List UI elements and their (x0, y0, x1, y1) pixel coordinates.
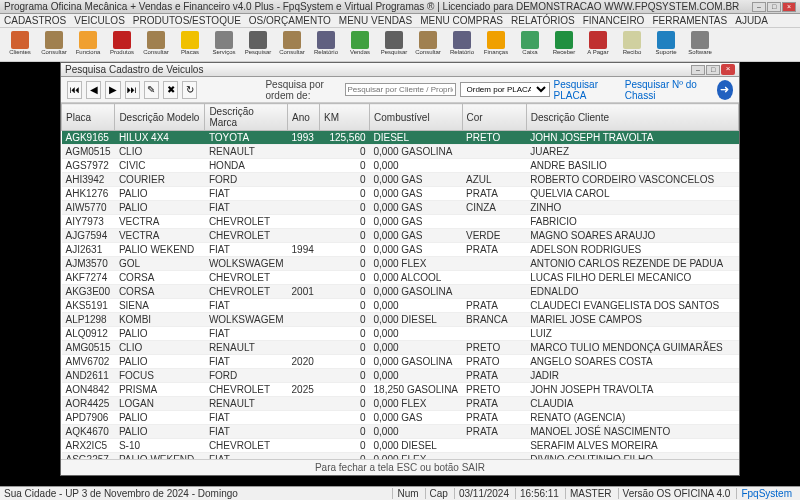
table-row[interactable]: AMV6702PALIOFIAT202000,000 GASOLINAPRATO… (62, 355, 739, 369)
col-header[interactable]: KM (320, 104, 370, 131)
table-row[interactable]: AGS7972CIVICHONDA00,000ANDRE BASILIO (62, 159, 739, 173)
table-row[interactable]: ARX2IC5S-10CHEVROLET00,000 DIESELSERAFIM… (62, 439, 739, 453)
serviços-icon (215, 31, 233, 49)
table-row[interactable]: AND2611FOCUSFORD00,000PRATAJADIR (62, 369, 739, 383)
consultar-icon (283, 31, 301, 49)
menu-relatórios[interactable]: RELATÓRIOS (511, 15, 575, 26)
tool-software[interactable]: Software (684, 30, 716, 60)
col-header[interactable]: Placa (62, 104, 115, 131)
search-placa-link[interactable]: Pesquisar PLACA (554, 79, 619, 101)
tool-consultar[interactable]: Consultar (38, 30, 70, 60)
search-section: Pesquisa por ordem de: Ordem por PLACA (265, 79, 549, 101)
dialog-maximize-button[interactable]: □ (706, 65, 720, 75)
main-toolbar: ClientesConsultarFuncionaProdutosConsult… (0, 28, 800, 62)
order-dropdown[interactable]: Ordem por PLACA (460, 82, 550, 97)
tool-pesquisar[interactable]: Pesquisar (242, 30, 274, 60)
maximize-button[interactable]: □ (767, 2, 781, 12)
table-row[interactable]: AJI2631PALIO WEKENDFIAT199400,000 GASPRA… (62, 243, 739, 257)
dialog-titlebar: Pesquisa Cadastro de Veiculos – □ × (61, 63, 739, 77)
produtos-icon (113, 31, 131, 49)
dialog-toolbar: ⏮ ◀ ▶ ⏭ ✎ ✖ ↻ Pesquisa por ordem de: Ord… (61, 77, 739, 103)
refresh-button[interactable]: ↻ (182, 81, 197, 99)
table-row[interactable]: AGM0515CLIORENAULT00,000 GASOLINAJUAREZ (62, 145, 739, 159)
tool-consultar[interactable]: Consultar (140, 30, 172, 60)
search-go-button[interactable]: ➜ (717, 80, 733, 100)
tool-consultar[interactable]: Consultar (276, 30, 308, 60)
dialog-minimize-button[interactable]: – (691, 65, 705, 75)
status-time: 16:56:11 (515, 488, 563, 499)
search-chassi-link[interactable]: Pesquisar Nº do Chassi (625, 79, 711, 101)
tool-caixa[interactable]: Caixa (514, 30, 546, 60)
tool-serviços[interactable]: Serviços (208, 30, 240, 60)
status-date: 03/11/2024 (454, 488, 513, 499)
menubar: CADASTROSVEICULOSPRODUTOS/ESTOQUEOS/ORÇA… (0, 14, 800, 28)
table-row[interactable]: AHK1276PALIOFIAT00,000 GASPRATAQUELVIA C… (62, 187, 739, 201)
tool-relatório[interactable]: Relatório (310, 30, 342, 60)
last-record-button[interactable]: ⏭ (125, 81, 140, 99)
menu-financeiro[interactable]: FINANCEIRO (583, 15, 645, 26)
dialog-footer: Para fechar a tela ESC ou botão SAIR (61, 459, 739, 475)
col-header[interactable]: Descrição Cliente (526, 104, 738, 131)
table-row[interactable]: AON4842PRISMACHEVROLET2025018,250 GASOLI… (62, 383, 739, 397)
table-row[interactable]: AIY7973VECTRACHEVROLET00,000 GASFABRICIO (62, 215, 739, 229)
app-titlebar: Programa Oficina Mecânica + Vendas e Fin… (0, 0, 800, 14)
delete-button[interactable]: ✖ (163, 81, 178, 99)
relatório-icon (453, 31, 471, 49)
prev-record-button[interactable]: ◀ (86, 81, 101, 99)
tool-clientes[interactable]: Clientes (4, 30, 36, 60)
menu-ferramentas[interactable]: FERRAMENTAS (652, 15, 727, 26)
vehicle-table: PlacaDescrição ModeloDescrição MarcaAnoK… (61, 103, 739, 459)
menu-produtos/estoque[interactable]: PRODUTOS/ESTOQUE (133, 15, 241, 26)
tool-a pagar[interactable]: A Pagar (582, 30, 614, 60)
table-row[interactable]: AOR4425LOGANRENAULT00,000 FLEXPRATACLAUD… (62, 397, 739, 411)
minimize-button[interactable]: – (752, 2, 766, 12)
col-header[interactable]: Descrição Modelo (115, 104, 205, 131)
edit-button[interactable]: ✎ (144, 81, 159, 99)
tool-relatório[interactable]: Relatório (446, 30, 478, 60)
next-record-button[interactable]: ▶ (105, 81, 120, 99)
tool-suporte[interactable]: Suporte (650, 30, 682, 60)
col-header[interactable]: Cor (462, 104, 526, 131)
menu-menu vendas[interactable]: MENU VENDAS (339, 15, 412, 26)
vehicle-grid[interactable]: PlacaDescrição ModeloDescrição MarcaAnoK… (61, 103, 739, 459)
table-row[interactable]: AKF7274CORSACHEVROLET00,000 ALCOOLLUCAS … (62, 271, 739, 285)
table-row[interactable]: AIW5770PALIOFIAT00,000 GASCINZAZINHO (62, 201, 739, 215)
tool-produtos[interactable]: Produtos (106, 30, 138, 60)
table-row[interactable]: AKG3E00CORSACHEVROLET200100,000 GASOLINA… (62, 285, 739, 299)
table-row[interactable]: APD7906PALIOFIAT00,000 GASPRATARENATO (A… (62, 411, 739, 425)
table-row[interactable]: AHI3942COURIERFORD00,000 GASAZULROBERTO … (62, 173, 739, 187)
tool-receber[interactable]: Receber (548, 30, 580, 60)
tool-pesquisar[interactable]: Pesquisar (378, 30, 410, 60)
consultar-icon (147, 31, 165, 49)
close-button[interactable]: × (782, 2, 796, 12)
menu-cadastros[interactable]: CADASTROS (4, 15, 66, 26)
status-cap: Cap (425, 488, 452, 499)
menu-os/orçamento[interactable]: OS/ORÇAMENTO (249, 15, 331, 26)
table-row[interactable]: AGK9165HILUX 4X4TOYOTA1993125,560DIESELP… (62, 131, 739, 145)
dialog-close-button[interactable]: × (721, 64, 735, 75)
tool-recibo[interactable]: Recibo (616, 30, 648, 60)
tool-placas[interactable]: Placas (174, 30, 206, 60)
tool-consultar[interactable]: Consultar (412, 30, 444, 60)
table-row[interactable]: AMG0515CLIORENAULT00,000PRETOMARCO TULIO… (62, 341, 739, 355)
table-row[interactable]: AKS5191SIENAFIAT00,000PRATACLAUDECI EVAN… (62, 299, 739, 313)
menu-ajuda[interactable]: AJUDA (735, 15, 768, 26)
table-row[interactable]: AQK4670PALIOFIAT00,000PRATAMANOEL JOSÉ N… (62, 425, 739, 439)
col-header[interactable]: Descrição Marca (205, 104, 288, 131)
table-row[interactable]: ALQ0912PALIOFIAT00,000LUIZ (62, 327, 739, 341)
menu-menu compras[interactable]: MENU COMPRAS (420, 15, 503, 26)
table-row[interactable]: ALP1298KOMBIWOLKSWAGEM00,000 DIESELBRANC… (62, 313, 739, 327)
col-header[interactable]: Ano (288, 104, 320, 131)
table-row[interactable]: AJG7594VECTRACHEVROLET00,000 GASVERDEMAG… (62, 229, 739, 243)
menu-veiculos[interactable]: VEICULOS (74, 15, 125, 26)
tool-funciona[interactable]: Funciona (72, 30, 104, 60)
funciona-icon (79, 31, 97, 49)
search-input[interactable] (345, 83, 456, 96)
first-record-button[interactable]: ⏮ (67, 81, 82, 99)
tool-vendas[interactable]: Vendas (344, 30, 376, 60)
dialog-title: Pesquisa Cadastro de Veiculos (65, 64, 691, 75)
pesquisar-icon (249, 31, 267, 49)
col-header[interactable]: Combustível (370, 104, 463, 131)
table-row[interactable]: AJM3570GOLWOLKSWAGEM00,000 FLEXANTONIO C… (62, 257, 739, 271)
tool-finanças[interactable]: Finanças (480, 30, 512, 60)
